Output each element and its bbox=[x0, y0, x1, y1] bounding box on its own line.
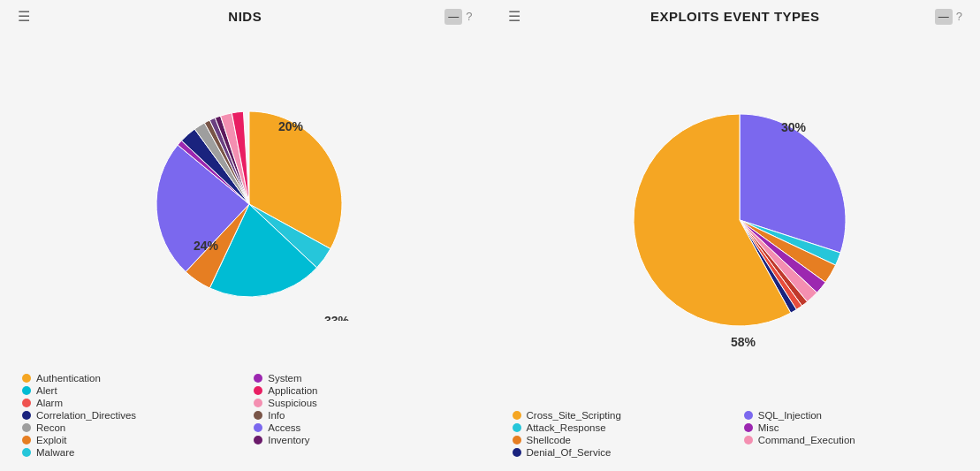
legend-suspicious: Suspicious bbox=[254, 398, 467, 408]
svg-text:30%: 30% bbox=[781, 120, 807, 134]
legend-info: Info bbox=[254, 410, 467, 421]
exploits-menu-icon[interactable]: ☰ bbox=[508, 8, 520, 25]
dot-info bbox=[254, 411, 262, 420]
label-shellcode: Shellcode bbox=[527, 435, 572, 445]
legend-authentication: Authentication bbox=[22, 373, 236, 384]
label-attack-response: Attack_Response bbox=[527, 422, 606, 433]
dot-alarm bbox=[22, 399, 31, 407]
legend-xss: Cross_Site_Scripting bbox=[513, 410, 726, 421]
svg-text:33%: 33% bbox=[324, 314, 350, 321]
exploits-minus-button[interactable]: — bbox=[935, 9, 953, 25]
label-alert: Alert bbox=[36, 385, 57, 396]
nids-chart-area: 20%24%33% bbox=[13, 28, 477, 366]
legend-access: Access bbox=[254, 422, 467, 433]
legend-inventory: Inventory bbox=[254, 435, 467, 445]
exploits-title: EXPLOITS EVENT TYPES bbox=[650, 9, 820, 24]
label-alarm: Alarm bbox=[36, 398, 63, 408]
dot-access bbox=[254, 423, 262, 432]
label-authentication: Authentication bbox=[36, 373, 101, 384]
nids-panel: ☰ NIDS — ? 20%24%33% Authentication Syst… bbox=[0, 0, 490, 471]
legend-corr: Correlation_Directives bbox=[22, 410, 236, 421]
label-info: Info bbox=[268, 410, 285, 421]
legend-dos: Denial_Of_Service bbox=[513, 447, 726, 458]
dot-attack-response bbox=[513, 423, 521, 432]
dot-application bbox=[254, 386, 262, 395]
label-corr: Correlation_Directives bbox=[36, 410, 136, 421]
legend-misc: Misc bbox=[744, 422, 958, 433]
exploits-chart: 30%58% bbox=[585, 83, 885, 348]
legend-system: System bbox=[254, 373, 467, 384]
dot-suspicious bbox=[254, 399, 262, 407]
label-malware: Malware bbox=[36, 447, 74, 458]
legend-malware: Malware bbox=[22, 447, 236, 458]
svg-text:24%: 24% bbox=[194, 239, 219, 253]
label-exploit: Exploit bbox=[36, 435, 67, 445]
nids-menu-icon[interactable]: ☰ bbox=[18, 8, 30, 25]
exploits-panel: ☰ EXPLOITS EVENT TYPES — ? 30%58% Cross_… bbox=[490, 0, 981, 471]
label-dos: Denial_Of_Service bbox=[527, 447, 612, 458]
legend-exploit: Exploit bbox=[22, 435, 236, 445]
label-xss: Cross_Site_Scripting bbox=[527, 410, 621, 421]
dot-exploit bbox=[22, 436, 31, 444]
label-recon: Recon bbox=[36, 422, 65, 433]
legend-alert: Alert bbox=[22, 385, 236, 396]
dot-xss bbox=[513, 411, 521, 420]
dot-shellcode bbox=[513, 436, 521, 444]
dot-inventory bbox=[254, 436, 262, 444]
label-access: Access bbox=[268, 422, 300, 433]
dot-alert bbox=[22, 386, 31, 395]
svg-text:58%: 58% bbox=[731, 335, 756, 348]
legend-sqli: SQL_Injection bbox=[744, 410, 958, 421]
dot-recon bbox=[22, 423, 31, 432]
exploits-question-button[interactable]: ? bbox=[956, 10, 962, 23]
nids-chart: 20%24%33% bbox=[103, 73, 386, 321]
exploits-controls: — ? bbox=[935, 9, 962, 25]
nids-header: ☰ NIDS — ? bbox=[13, 9, 477, 24]
dot-sqli bbox=[744, 411, 753, 420]
legend-shellcode: Shellcode bbox=[513, 435, 726, 445]
nids-legend: Authentication System Alert Application … bbox=[13, 366, 477, 462]
exploits-legend: Cross_Site_Scripting SQL_Injection Attac… bbox=[504, 403, 968, 462]
dot-misc bbox=[744, 423, 753, 432]
legend-recon: Recon bbox=[22, 422, 236, 433]
label-sqli: SQL_Injection bbox=[758, 410, 822, 421]
label-cmd-exec: Command_Execution bbox=[758, 435, 855, 445]
nids-title: NIDS bbox=[228, 9, 262, 24]
exploits-chart-area: 30%58% bbox=[504, 28, 968, 403]
dot-cmd-exec bbox=[744, 436, 753, 444]
dot-system bbox=[254, 374, 262, 383]
legend-attack-response: Attack_Response bbox=[513, 422, 726, 433]
exploits-header: ☰ EXPLOITS EVENT TYPES — ? bbox=[504, 9, 968, 24]
nids-controls: — ? bbox=[444, 9, 472, 25]
legend-application: Application bbox=[254, 385, 467, 396]
label-suspicious: Suspicious bbox=[268, 398, 317, 408]
label-misc: Misc bbox=[758, 422, 779, 433]
label-system: System bbox=[268, 373, 301, 384]
nids-question-button[interactable]: ? bbox=[466, 10, 472, 23]
legend-alarm: Alarm bbox=[22, 398, 236, 408]
dot-dos bbox=[513, 448, 521, 457]
label-inventory: Inventory bbox=[268, 435, 309, 445]
svg-text:20%: 20% bbox=[278, 119, 304, 133]
dot-malware bbox=[22, 448, 31, 457]
dot-authentication bbox=[22, 374, 31, 383]
label-application: Application bbox=[268, 385, 317, 396]
dot-corr bbox=[22, 411, 31, 420]
legend-cmd-exec: Command_Execution bbox=[744, 435, 958, 445]
nids-minus-button[interactable]: — bbox=[444, 9, 462, 25]
